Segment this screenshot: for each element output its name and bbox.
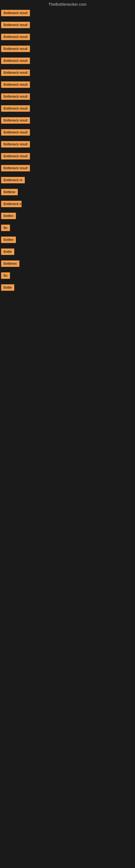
bottleneck-label[interactable]: Bottleneck re [1,177,25,183]
bottleneck-label[interactable]: Bottle [1,284,14,291]
bottleneck-label[interactable]: Bottleneck e [1,201,21,207]
bottleneck-row-18: Bottlen [0,211,135,222]
bottleneck-row-14: Bottleneck result [0,163,135,175]
bottleneck-label[interactable]: Bottleneck result [1,45,30,52]
bottleneck-row-24: Bottle [0,282,135,294]
bottleneck-label[interactable]: Bottleneck result [1,10,30,16]
bottleneck-row-1: Bottleneck result [0,8,135,20]
bottleneck-row-2: Bottleneck result [0,20,135,31]
bottleneck-label[interactable]: Bottle [1,248,14,255]
bottleneck-row-17: Bottleneck e [0,198,135,211]
bottleneck-row-22: Bottlenec [0,258,135,270]
bottleneck-label[interactable]: Bottleneck result [1,105,30,112]
bottleneck-row-23: Bo [0,270,135,282]
bottleneck-row-15: Bottleneck re [0,175,135,187]
bottleneck-row-4: Bottleneck result [0,43,135,55]
bottleneck-row-10: Bottleneck result [0,115,135,127]
bottleneck-label[interactable]: Bottleneck result [1,69,30,76]
bottleneck-row-8: Bottleneck result [0,91,135,103]
bottleneck-label[interactable]: Bottleneck result [1,129,30,135]
bottleneck-row-19: Bo [0,222,135,235]
bottleneck-label[interactable]: Bottleneck result [1,93,30,100]
bottleneck-label[interactable]: Bottleneck result [1,82,30,88]
site-title: TheBottlenecker.com [0,0,135,8]
bottleneck-label[interactable]: Bottleneck result [1,58,30,64]
bottleneck-label[interactable]: Bottleneck result [1,34,30,40]
bottleneck-row-20: Bottlen [0,235,135,246]
bottleneck-row-3: Bottleneck result [0,31,135,43]
bottleneck-row-16: Bottlene [0,187,135,198]
bottleneck-label[interactable]: Bottleneck result [1,165,30,172]
bottleneck-label[interactable]: Bottleneck result [1,153,30,159]
bottleneck-label[interactable]: Bottleneck result [1,117,30,124]
bottleneck-row-13: Bottleneck result [0,151,135,163]
bottleneck-row-7: Bottleneck result [0,79,135,91]
bottleneck-label[interactable]: Bottlene [1,189,18,195]
bottleneck-row-6: Bottleneck result [0,67,135,79]
bottleneck-row-11: Bottleneck result [0,127,135,139]
bottleneck-label[interactable]: Bottleneck result [1,141,30,148]
bottleneck-row-5: Bottleneck result [0,55,135,67]
bottleneck-label[interactable]: Bo [1,225,10,231]
bottleneck-row-12: Bottleneck result [0,139,135,151]
bottleneck-label[interactable]: Bo [1,272,10,279]
bottleneck-label[interactable]: Bottlen [1,237,16,243]
bottleneck-label[interactable]: Bottlenec [1,260,19,267]
bottleneck-row-9: Bottleneck result [0,103,135,115]
bottleneck-label[interactable]: Bottlen [1,213,16,219]
bottleneck-row-21: Bottle [0,246,135,258]
bottleneck-label[interactable]: Bottleneck result [1,22,30,28]
